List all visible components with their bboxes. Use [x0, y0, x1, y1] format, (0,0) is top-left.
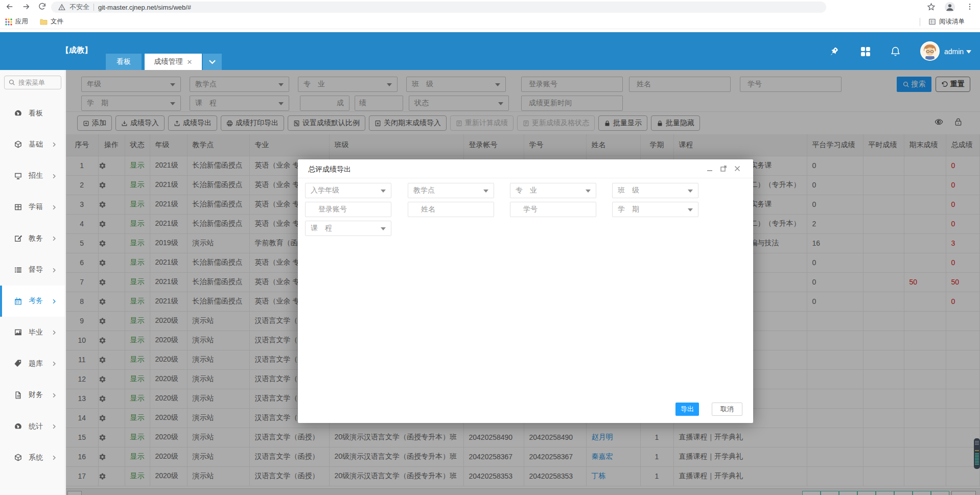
sidebar-item-7[interactable]: 考务 — [0, 286, 65, 317]
dialog-select-专业[interactable]: 专 业 — [510, 183, 596, 198]
placeholder: 学号 — [510, 205, 538, 214]
dropdown-arrow-icon — [381, 190, 386, 193]
list-icon — [14, 266, 22, 274]
tab-bar: 看板 成绩管理✕ — [106, 54, 222, 70]
chevron-down-icon — [209, 60, 216, 64]
placeholder: 班 级 — [613, 186, 639, 195]
folder-icon — [40, 18, 48, 25]
sidebar-item-label: 毕业 — [29, 328, 43, 337]
bookmark-star-icon[interactable] — [927, 3, 936, 11]
dialog-input-登录账号[interactable]: 登录账号 — [305, 202, 391, 217]
dialog-title: 总评成绩导出 — [308, 165, 351, 174]
sidebar-item-11[interactable]: 统计 — [0, 411, 65, 442]
apps-grid-icon — [5, 18, 12, 26]
placeholder: 学 期 — [613, 205, 639, 214]
maximize-icon[interactable] — [720, 165, 727, 172]
minimize-icon[interactable] — [706, 165, 713, 172]
scrollbar-thumb[interactable] — [974, 438, 980, 469]
warning-icon — [58, 4, 65, 11]
placeholder: 登录账号 — [306, 205, 347, 214]
cancel-button[interactable]: 取消 — [712, 403, 742, 416]
doc-icon — [14, 391, 22, 399]
sidebar-item-1[interactable]: 看板 — [0, 98, 65, 129]
user-avatar[interactable] — [920, 41, 940, 61]
sidebar-item-label: 题库 — [29, 359, 43, 368]
user-menu[interactable]: admin — [944, 48, 971, 56]
sidebar-item-label: 看板 — [29, 109, 43, 118]
chevron-right-icon — [52, 455, 56, 460]
chevron-right-icon — [52, 299, 56, 303]
calendar-icon — [14, 297, 22, 305]
browser-toolbar: 不安全 git-master.cjnep.net/sims/web/# — [0, 0, 980, 14]
close-tab-icon[interactable]: ✕ — [187, 58, 193, 66]
sidebar-item-label: 督导 — [29, 265, 43, 274]
back-icon[interactable] — [5, 2, 14, 11]
export-button[interactable]: 导出 — [675, 403, 699, 416]
sidebar-item-12[interactable]: 系统 — [0, 442, 65, 473]
tab-list-dropdown[interactable] — [203, 54, 222, 70]
chevron-right-icon — [52, 330, 56, 335]
chevron-right-icon — [52, 142, 56, 147]
sidebar: 搜索菜单 看板 基础 招生 学籍 教务 督导 考务 毕业 题库 财务 统计 系统 — [0, 70, 65, 495]
chevron-right-icon — [52, 424, 56, 429]
dialog-select-教学点[interactable]: 教学点 — [408, 183, 494, 198]
reload-icon[interactable] — [38, 2, 46, 11]
sidebar-item-4[interactable]: 学籍 — [0, 192, 65, 223]
address-bar[interactable]: 不安全 git-master.cjnep.net/sims/web/# — [51, 2, 826, 13]
cube-icon — [14, 140, 22, 149]
sidebar-item-label: 学籍 — [29, 202, 43, 211]
sidebar-item-label: 招生 — [29, 171, 43, 180]
sidebar-item-5[interactable]: 教务 — [0, 223, 65, 254]
menu-dots-icon[interactable] — [966, 3, 974, 11]
dashboard-icon — [14, 422, 22, 431]
chevron-right-icon — [52, 268, 56, 272]
bookmark-apps[interactable]: 应用 — [5, 17, 28, 26]
placeholder: 姓名 — [408, 205, 435, 214]
bell-icon[interactable] — [891, 46, 900, 57]
reading-list[interactable]: 阅读清单 — [920, 17, 965, 26]
dropdown-arrow-icon — [483, 190, 488, 193]
sidebar-search-input[interactable]: 搜索菜单 — [4, 76, 61, 89]
sidebar-item-label: 系统 — [29, 453, 43, 462]
sidebar-item-8[interactable]: 毕业 — [0, 317, 65, 348]
dialog-select-课程[interactable]: 课 程 — [305, 221, 391, 236]
reading-list-label: 阅读清单 — [939, 17, 965, 26]
bookmark-files[interactable]: 文件 — [40, 17, 63, 26]
placeholder: 入学年级 — [306, 186, 339, 195]
placeholder: 课 程 — [306, 224, 332, 233]
tab-score-management[interactable]: 成绩管理✕ — [145, 54, 202, 70]
tag-icon — [14, 359, 22, 368]
chevron-down-icon — [966, 50, 971, 54]
sidebar-item-label: 考务 — [29, 296, 43, 305]
sidebar-item-9[interactable]: 题库 — [0, 348, 65, 379]
reading-list-icon — [928, 18, 936, 26]
tab-dashboard[interactable]: 看板 — [106, 54, 142, 70]
sidebar-item-3[interactable]: 招生 — [0, 160, 65, 192]
close-icon[interactable] — [734, 165, 741, 172]
search-icon — [9, 79, 15, 86]
apps-grid-icon[interactable] — [860, 46, 871, 57]
rocket-icon[interactable] — [829, 46, 839, 57]
url-text: git-master.cjnep.net/sims/web/# — [98, 4, 191, 11]
dialog-select-学期[interactable]: 学 期 — [612, 202, 698, 217]
grid-icon — [14, 203, 22, 211]
dialog-input-学号[interactable]: 学号 — [510, 202, 596, 217]
dialog-select-班级[interactable]: 班 级 — [612, 183, 698, 198]
dialog-input-姓名[interactable]: 姓名 — [408, 202, 494, 217]
sidebar-item-label: 财务 — [29, 390, 43, 399]
app-header: 【成教】 看板 成绩管理✕ admin — [0, 32, 980, 70]
sidebar-item-6[interactable]: 督导 — [0, 254, 65, 286]
placeholder: 教学点 — [408, 186, 435, 195]
sidebar-item-10[interactable]: 财务 — [0, 380, 65, 411]
edit-icon — [14, 234, 22, 243]
forward-icon[interactable] — [21, 2, 31, 11]
monitor-icon — [14, 172, 22, 180]
dialog-select-入学年级[interactable]: 入学年级 — [305, 183, 391, 198]
image-icon — [14, 328, 22, 337]
security-label: 不安全 — [69, 3, 89, 12]
cube-icon — [14, 453, 22, 462]
files-label: 文件 — [51, 17, 63, 26]
placeholder: 专 业 — [510, 186, 537, 195]
profile-icon[interactable] — [944, 2, 955, 13]
sidebar-item-2[interactable]: 基础 — [0, 129, 65, 160]
